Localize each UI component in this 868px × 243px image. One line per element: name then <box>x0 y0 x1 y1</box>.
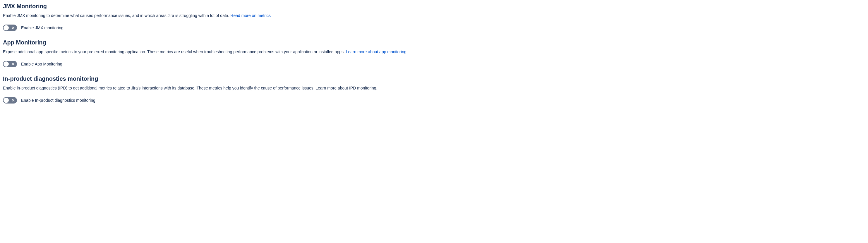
app-monitoring-description: Expose additional app-specific metrics t… <box>3 49 865 55</box>
ipd-toggle-row: Enable In-product diagnostics monitoring <box>3 97 865 104</box>
ipd-monitoring-description-text: Enable in-product diagnostics (IPD) to g… <box>3 86 377 90</box>
app-monitoring-description-text: Expose additional app-specific metrics t… <box>3 49 346 54</box>
enable-app-toggle[interactable] <box>3 61 17 67</box>
enable-ipd-toggle[interactable] <box>3 97 17 104</box>
ipd-monitoring-heading: In-product diagnostics monitoring <box>3 75 865 82</box>
jmx-monitoring-description: Enable JMX monitoring to determine what … <box>3 12 865 19</box>
app-toggle-row: Enable App Monitoring <box>3 61 865 67</box>
read-more-metrics-link[interactable]: Read more on metrics <box>230 13 271 18</box>
jmx-monitoring-section: JMX Monitoring Enable JMX monitoring to … <box>3 3 865 31</box>
ipd-toggle-label: Enable In-product diagnostics monitoring <box>21 98 95 103</box>
close-icon <box>12 63 14 66</box>
jmx-toggle-label: Enable JMX monitoring <box>21 26 63 30</box>
jmx-monitoring-heading: JMX Monitoring <box>3 3 865 10</box>
jmx-toggle-row: Enable JMX monitoring <box>3 25 865 31</box>
app-monitoring-heading: App Monitoring <box>3 39 865 46</box>
app-toggle-label: Enable App Monitoring <box>21 62 62 66</box>
toggle-knob <box>3 98 9 103</box>
app-monitoring-section: App Monitoring Expose additional app-spe… <box>3 39 865 67</box>
enable-jmx-toggle[interactable] <box>3 25 17 31</box>
jmx-monitoring-description-text: Enable JMX monitoring to determine what … <box>3 13 230 18</box>
ipd-monitoring-description: Enable in-product diagnostics (IPD) to g… <box>3 85 865 91</box>
toggle-knob <box>3 25 9 30</box>
learn-more-app-monitoring-link[interactable]: Learn more about app monitoring <box>346 49 406 54</box>
close-icon <box>12 26 14 29</box>
close-icon <box>12 99 14 102</box>
toggle-knob <box>3 61 9 67</box>
ipd-monitoring-section: In-product diagnostics monitoring Enable… <box>3 75 865 104</box>
